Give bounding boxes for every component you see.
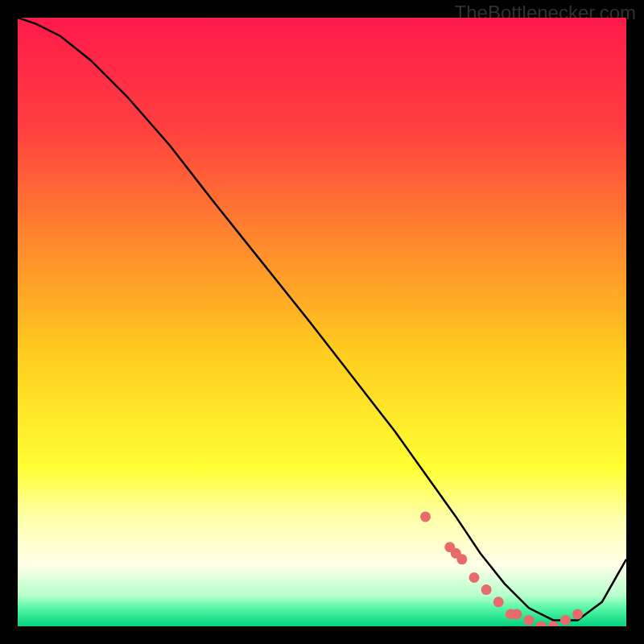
chart-frame: TheBottlenecker.com (0, 0, 644, 644)
fit-marker (524, 615, 535, 625)
fit-marker (511, 609, 522, 619)
fit-marker (456, 554, 467, 564)
fit-marker (572, 609, 583, 619)
fit-marker (493, 597, 504, 607)
gradient-background (18, 18, 626, 626)
bottleneck-chart (18, 18, 626, 626)
fit-marker (560, 615, 571, 625)
fit-marker (481, 584, 492, 595)
fit-marker (469, 572, 480, 583)
fit-marker (420, 511, 431, 522)
